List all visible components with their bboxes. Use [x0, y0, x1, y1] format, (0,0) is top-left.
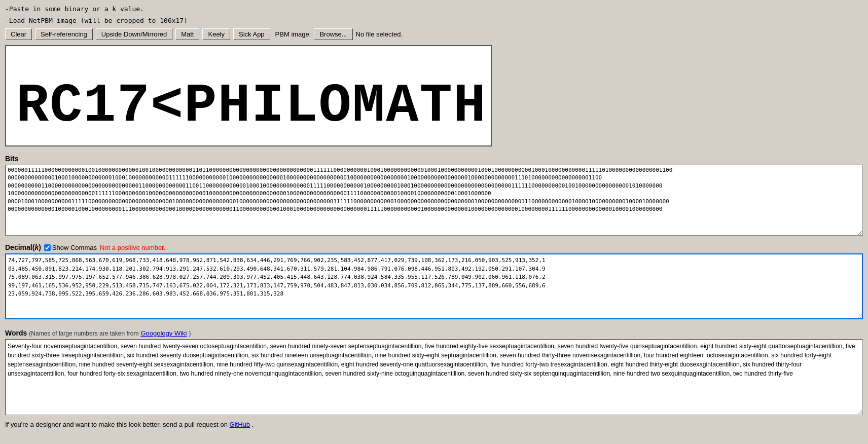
words-textarea[interactable] — [5, 339, 863, 415]
decimal-textarea[interactable] — [5, 253, 863, 319]
decimal-row: Decimal(k) Show Commas Not a positive nu… — [5, 243, 863, 251]
pixel-art-svg: RC17<PHILOMATH> — [11, 51, 486, 140]
footer-end: . — [252, 421, 254, 428]
footer-text: If you're a designer and want to make th… — [5, 421, 228, 428]
not-positive-text: Not a positive number. — [100, 244, 165, 251]
pixel-art-canvas: RC17<PHILOMATH> — [5, 45, 492, 146]
bits-textarea[interactable] — [5, 165, 863, 236]
browse-button[interactable]: Browse... — [314, 28, 352, 40]
upside-down-button[interactable]: Upside Down/Mirrored — [96, 28, 172, 40]
svg-text:RC17<PHILOMATH>: RC17<PHILOMATH> — [16, 76, 486, 137]
words-label: Words — [5, 329, 27, 337]
github-link[interactable]: GitHub — [230, 421, 250, 428]
pbm-label: PBM image: — [275, 30, 311, 38]
show-commas-label[interactable]: Show Commas — [44, 244, 97, 251]
instructions: -Paste in some binary or a k value. -Loa… — [5, 5, 863, 24]
words-subtitle2: ) — [189, 330, 191, 337]
words-row: Words (Names of large numbers are taken … — [5, 329, 863, 337]
googology-link[interactable]: Googology Wiki — [140, 329, 187, 337]
decimal-label: Decimal(k) — [5, 243, 41, 251]
footer: If you're a designer and want to make th… — [5, 421, 863, 428]
instruction-line1: -Paste in some binary or a k value. — [5, 5, 863, 13]
instruction-line2: -Load NetPBM image (will be cropped to 1… — [5, 17, 863, 24]
self-referencing-button[interactable]: Self-referencing — [35, 28, 93, 40]
bits-label: Bits — [5, 155, 863, 163]
words-subtitle: (Names of large numbers are taken from — [29, 330, 138, 337]
clear-button[interactable]: Clear — [5, 28, 32, 40]
show-commas-checkbox[interactable] — [44, 244, 51, 251]
no-file-text: No file selected. — [356, 30, 403, 38]
toolbar: Clear Self-referencing Upside Down/Mirro… — [5, 28, 863, 40]
sick-app-button[interactable]: Sick App — [233, 28, 270, 40]
keely-button[interactable]: Keely — [202, 28, 230, 40]
matt-button[interactable]: Matt — [175, 28, 199, 40]
